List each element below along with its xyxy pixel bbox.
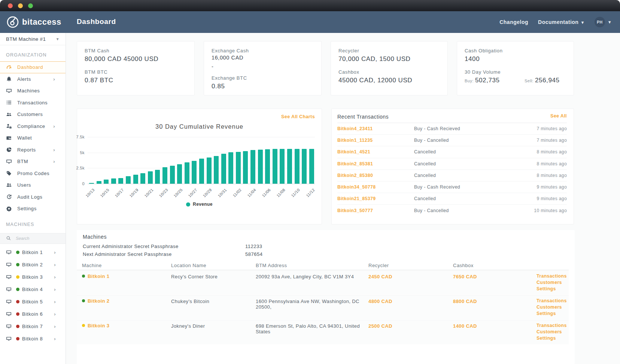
revenue-bar[interactable] [243, 151, 248, 184]
sidebar-item-customers[interactable]: Customers [0, 108, 66, 120]
machines-panel: Machines Current Administrator Secret Pa… [77, 230, 575, 364]
revenue-bar[interactable] [170, 166, 175, 184]
minimize-window-button[interactable] [18, 3, 23, 8]
transaction-time: 8 minutes ago [514, 149, 567, 155]
sidebar-item-compliance[interactable]: Compliance › [0, 120, 66, 132]
bitaccess-logo-icon [6, 15, 19, 29]
sidebar-machine-bitkoin-2[interactable]: Bitkoin 2 › [0, 259, 66, 271]
revenue-bar[interactable] [228, 152, 233, 184]
sidebar-machine-bitkoin-7[interactable]: Bitkoin 7 › [0, 320, 66, 333]
revenue-bar[interactable] [258, 150, 263, 184]
revenue-bar[interactable] [89, 183, 94, 184]
revenue-bar[interactable] [302, 149, 307, 184]
sidebar-item-btm[interactable]: BTM › [0, 156, 66, 168]
brand-name: bitaccess [22, 17, 61, 27]
machine-name-link[interactable]: Bitkoin 1 [88, 273, 110, 279]
transaction-id-link[interactable]: Bitkoin1_11235 [337, 138, 414, 143]
transaction-id-link[interactable]: Bitkoin4_23411 [337, 126, 414, 131]
machine-recycler-link[interactable]: 2500 CAD [368, 323, 453, 341]
revenue-bar[interactable] [177, 164, 182, 184]
revenue-bar[interactable] [126, 176, 131, 184]
machine-recycler-link[interactable]: 2450 CAD [368, 273, 453, 292]
close-window-button[interactable] [8, 3, 13, 8]
zoom-window-button[interactable] [28, 3, 33, 8]
btm-cash-value: 80,000 CAD 45000 USD [85, 55, 187, 63]
sidebar-machine-bitkoin-5[interactable]: Bitkoin 5 › [0, 296, 66, 308]
machine-action-customers[interactable]: Customers [537, 280, 569, 285]
machine-action-settings[interactable]: Settings [537, 286, 569, 292]
machine-location: Chukey's Bitcoin [171, 298, 256, 316]
search-input[interactable] [16, 236, 57, 241]
changelog-link[interactable]: Changelog [499, 19, 528, 25]
revenue-bar[interactable] [309, 149, 314, 184]
transaction-id-link[interactable]: Bitkoin2_85381 [337, 161, 414, 166]
revenue-bar[interactable] [236, 152, 241, 184]
user-menu[interactable]: PH ▼ [595, 17, 612, 27]
machine-selector-dropdown[interactable]: BTM Machine #1 ▼ [0, 33, 66, 45]
avatar[interactable]: PH [595, 17, 605, 27]
machine-action-settings[interactable]: Settings [537, 311, 569, 316]
revenue-bar[interactable] [199, 159, 204, 184]
revenue-bar[interactable] [133, 175, 138, 184]
documentation-menu[interactable]: Documentation▼ [538, 19, 585, 25]
revenue-bar[interactable] [111, 178, 116, 184]
transaction-id-link[interactable]: Bitkoin34_50778 [337, 184, 414, 190]
sidebar-item-reports[interactable]: Reports › [0, 144, 66, 156]
revenue-bar[interactable] [118, 178, 123, 184]
transaction-id-link[interactable]: Bitkoin3_50777 [337, 208, 414, 213]
sidebar-item-machines[interactable]: Machines [0, 85, 66, 97]
machine-cashbox-link[interactable]: 8800 CAD [453, 298, 537, 316]
machine-action-transactions[interactable]: Transactions [537, 273, 569, 279]
transaction-id-link[interactable]: Bitkoin1_4521 [337, 149, 414, 155]
revenue-bar[interactable] [273, 149, 277, 184]
machine-cashbox-link[interactable]: 1400 CAD [453, 323, 537, 341]
sidebar-item-alerts[interactable]: Alerts › [0, 73, 66, 85]
machine-name-link[interactable]: Bitkoin 2 [88, 298, 110, 304]
revenue-bar[interactable] [155, 170, 160, 184]
sidebar-item-promo-codes[interactable]: Promo Codes [0, 168, 66, 180]
transaction-status: Buy - Cancelled [414, 208, 514, 213]
revenue-bar[interactable] [221, 154, 226, 184]
revenue-bar[interactable] [148, 171, 153, 184]
revenue-bar[interactable] [185, 162, 189, 184]
revenue-bar[interactable] [140, 173, 145, 184]
sidebar-machine-bitkoin-6[interactable]: Bitkoin 6 › [0, 308, 66, 320]
see-all-transactions-link[interactable]: See All [550, 113, 567, 119]
sidebar-machine-bitkoin-4[interactable]: Bitkoin 4 › [0, 283, 66, 296]
sidebar-item-transactions[interactable]: Transactions [0, 97, 66, 109]
tag-icon [6, 170, 12, 176]
machine-action-settings[interactable]: Settings [537, 336, 569, 341]
sidebar-machine-bitkoin-3[interactable]: Bitkoin 3 › [0, 271, 66, 283]
sidebar-machine-bitkoin-1[interactable]: Bitkoin 1 › [0, 246, 66, 259]
revenue-bar[interactable] [265, 149, 270, 184]
transaction-id-link[interactable]: Bitkoin2_85380 [337, 173, 414, 178]
machine-action-customers[interactable]: Customers [537, 305, 569, 310]
machine-name-link[interactable]: Bitkoin 3 [88, 323, 110, 328]
brand-logo[interactable]: bitaccess [6, 15, 61, 29]
revenue-bar[interactable] [214, 156, 219, 184]
revenue-bar[interactable] [162, 167, 167, 184]
machine-action-customers[interactable]: Customers [537, 329, 569, 335]
machine-recycler-link[interactable]: 4800 CAD [368, 298, 453, 316]
machine-action-transactions[interactable]: Transactions [537, 298, 569, 304]
revenue-bar[interactable] [250, 150, 255, 184]
see-all-charts-link[interactable]: See All Charts [281, 114, 315, 119]
sidebar-item-dashboard[interactable]: Dashboard [0, 61, 66, 73]
revenue-bar[interactable] [287, 149, 292, 184]
revenue-bar[interactable] [295, 149, 300, 184]
revenue-bar[interactable] [104, 180, 109, 184]
sidebar-item-wallet[interactable]: Wallet [0, 132, 66, 144]
revenue-bar[interactable] [97, 181, 101, 184]
machine-cashbox-link[interactable]: 7650 CAD [453, 273, 537, 292]
sidebar-machine-bitkoin-8[interactable]: Bitkoin 8 › [0, 333, 66, 345]
transaction-id-link[interactable]: Bitkoin21_85379 [337, 196, 414, 201]
sidebar-item-users[interactable]: Users [0, 179, 66, 191]
machine-action-transactions[interactable]: Transactions [537, 323, 569, 328]
revenue-bar[interactable] [280, 149, 285, 184]
monitor-icon [6, 250, 12, 255]
revenue-bar[interactable] [207, 157, 212, 184]
sidebar-item-settings[interactable]: Settings [0, 203, 66, 215]
current-passphrase-value: 112233 [245, 244, 262, 249]
revenue-bar[interactable] [192, 161, 197, 184]
sidebar-item-audit-logs[interactable]: Audit Logs [0, 191, 66, 203]
